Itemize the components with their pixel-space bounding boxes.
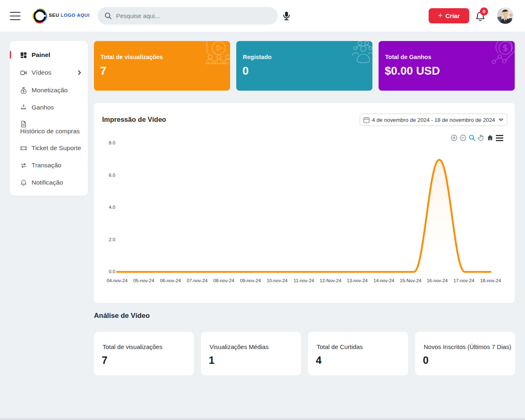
- svg-text:2.0: 2.0: [109, 237, 115, 242]
- svg-text:18-nov-24: 18-nov-24: [480, 278, 501, 283]
- svg-text:17-nov-24: 17-nov-24: [454, 278, 475, 283]
- svg-text:04-nov-24: 04-nov-24: [107, 278, 128, 283]
- svg-text:11-nov-24: 11-nov-24: [294, 278, 314, 283]
- svg-text:0.0: 0.0: [109, 269, 115, 274]
- svg-text:15-Nov-24: 15-Nov-24: [400, 278, 422, 283]
- svg-text:06-nov-24: 06-nov-24: [160, 278, 181, 283]
- svg-text:4.0: 4.0: [109, 205, 115, 210]
- svg-text:13-nov-24: 13-nov-24: [347, 278, 368, 283]
- svg-text:07-nov-24: 07-nov-24: [187, 278, 208, 283]
- svg-text:10-nov-24: 10-nov-24: [267, 278, 288, 283]
- svg-text:05-nov-24: 05-nov-24: [133, 278, 154, 283]
- svg-text:12-Nov-24: 12-Nov-24: [320, 278, 341, 283]
- svg-text:14-nov-24: 14-nov-24: [373, 278, 394, 283]
- svg-text:16-nov-24: 16-nov-24: [427, 278, 448, 283]
- svg-text:08-nov-24: 08-nov-24: [213, 278, 234, 283]
- svg-text:8.0: 8.0: [109, 140, 115, 145]
- svg-text:6.0: 6.0: [109, 173, 115, 178]
- svg-text:09-nov-24: 09-nov-24: [240, 278, 261, 283]
